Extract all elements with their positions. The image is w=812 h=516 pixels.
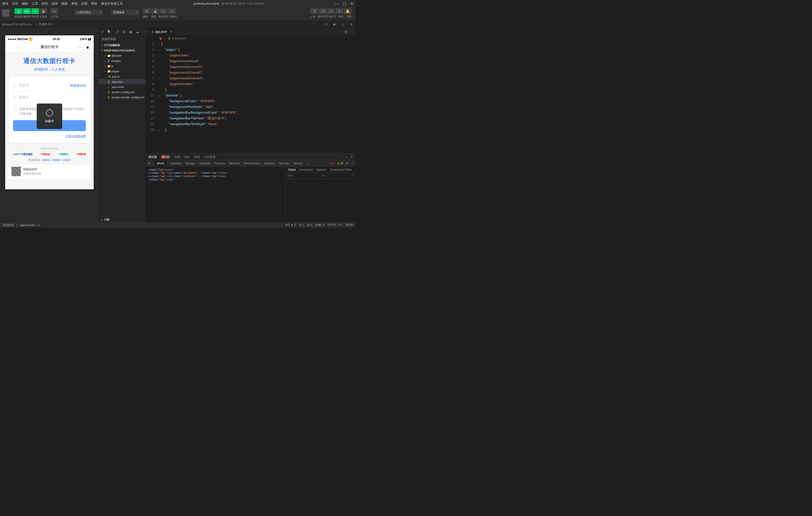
simulator-toggle[interactable]: ▯: [14, 8, 22, 14]
file-project-config-json[interactable]: {}project.config.json: [99, 89, 145, 95]
dt-sub-sources[interactable]: Sources: [214, 162, 225, 165]
ext3-icon[interactable]: ☁: [136, 30, 139, 34]
menu-edit[interactable]: 编辑: [22, 2, 28, 6]
explorer-icon[interactable]: ⎘: [102, 30, 104, 34]
menu-goto[interactable]: 转到: [41, 2, 48, 6]
styles-tab[interactable]: Styles: [288, 168, 296, 171]
lang[interactable]: JSON: [345, 223, 353, 227]
dt-settings-icon[interactable]: ⚙: [346, 162, 348, 164]
phone-input[interactable]: ▯ 手机号 获取验证码: [13, 80, 86, 92]
file-app-json[interactable]: {}app.json: [99, 79, 145, 84]
page-path[interactable]: pages/index: [20, 223, 35, 226]
popout-icon[interactable]: ⧉: [349, 22, 353, 27]
project-root[interactable]: ▾WX8F446ACF8C4A85F5: [99, 48, 145, 53]
mode-select[interactable]: 小程序模式: [75, 9, 103, 15]
menu-wxdevtools[interactable]: 微信开发者工具: [101, 2, 123, 6]
upload-button[interactable]: ↥: [311, 8, 318, 14]
maximize-icon[interactable]: ▢: [343, 2, 346, 6]
get-code-button[interactable]: 获取验证码: [70, 84, 86, 88]
file-app-wxss[interactable]: ≡app.wxss: [99, 84, 145, 89]
sync-icon[interactable]: ⊘ 0 ▲ 0: [285, 223, 296, 227]
refresh-icon[interactable]: ⟳: [324, 22, 328, 27]
dt-tab-problems[interactable]: 问题: [174, 155, 180, 159]
code-input[interactable]: ☑ 请输入: [13, 92, 86, 103]
dt-sub-more-icon[interactable]: »: [307, 162, 308, 165]
agree-checkbox[interactable]: [13, 107, 17, 111]
page-path-label[interactable]: 页面路径: [3, 223, 14, 227]
dt-close-icon[interactable]: ✕: [351, 155, 353, 159]
debugger-toggle[interactable]: ⌗: [31, 8, 39, 14]
cls-toggle[interactable]: .cls: [321, 174, 324, 177]
dt-inspect-icon[interactable]: ⯐: [148, 162, 151, 165]
split-icon[interactable]: ▥: [344, 30, 347, 34]
menu-select[interactable]: 选择: [52, 2, 58, 6]
menu-file[interactable]: 文件: [12, 2, 18, 6]
device-select[interactable]: iPhone 6/7/8 100% 16: [2, 23, 32, 26]
dt-expand-icon[interactable]: ⌄: [346, 155, 348, 159]
folder-images[interactable]: ▸🖼images: [99, 58, 145, 63]
dt-sub-console[interactable]: Console: [171, 162, 181, 165]
tab-app-json[interactable]: {} app.json ✕: [149, 28, 175, 35]
wxml-tree[interactable]: <class="tag">page>▸<class="tag">view cla…: [146, 166, 285, 222]
encoding[interactable]: UTF-8: [328, 223, 336, 227]
breadcrumb[interactable]: 🔖‹ › {}{} app.json›...: [146, 35, 355, 41]
editor-toggle[interactable]: </>: [23, 8, 31, 14]
capsule-close-icon[interactable]: ◉: [84, 44, 92, 50]
compile-select[interactable]: 普通编译: [111, 9, 140, 15]
dt-collapse-icon[interactable]: ⌃: [341, 155, 343, 159]
search-icon[interactable]: 🔍: [107, 30, 111, 34]
folder-pages[interactable]: ▸📁pages: [99, 69, 145, 74]
copy-icon[interactable]: ⎘: [38, 223, 40, 226]
more-icon[interactable]: ⋯: [350, 30, 353, 34]
filter-input[interactable]: Filter: [288, 174, 293, 177]
message-button[interactable]: 🔔: [344, 8, 352, 14]
dataset-tab[interactable]: Dataset: [317, 168, 326, 171]
menu-settings[interactable]: 设置: [81, 2, 87, 6]
capsule-menu-icon[interactable]: ⋯: [76, 44, 84, 50]
eol[interactable]: LF: [339, 223, 342, 227]
visual-toggle[interactable]: ▦: [39, 8, 47, 14]
dt-sub-sensor[interactable]: Sensor: [293, 162, 302, 165]
dt-sub-security[interactable]: Security: [279, 162, 289, 165]
real-debug-button[interactable]: ⎋: [160, 8, 167, 14]
dt-tab-quality[interactable]: 代码质量: [204, 155, 215, 159]
ext2-icon[interactable]: ▣: [129, 30, 132, 34]
cursor-pos[interactable]: 行 1，列 1: [299, 223, 312, 227]
dt-sub-appdata[interactable]: AppData: [199, 162, 210, 165]
outline-section[interactable]: ▸大纲: [99, 217, 145, 222]
promo-card[interactable]: 用电信APP 充值查询更方便: [9, 164, 90, 178]
folder-js[interactable]: ▸📁js: [99, 63, 145, 69]
hotreload-toggle[interactable]: 热重载 开: [39, 22, 53, 26]
dt-tab-terminal[interactable]: 终端: [194, 155, 200, 159]
details-button[interactable]: ≡: [336, 8, 343, 14]
testno-button[interactable]: ↗: [327, 8, 335, 14]
tab-close-icon[interactable]: ✕: [170, 30, 172, 34]
menu-help[interactable]: 帮助: [91, 2, 97, 6]
device-icon[interactable]: ▯: [341, 22, 345, 27]
dt-sub-memory[interactable]: Memory: [264, 162, 275, 165]
dt-sub-storage[interactable]: Storage: [185, 162, 195, 165]
dt-sub-network[interactable]: Network: [229, 162, 240, 165]
menu-project[interactable]: 项目: [2, 2, 8, 6]
compile-button[interactable]: ⟳: [143, 8, 151, 14]
cloud-toggle[interactable]: ∞: [51, 8, 58, 14]
folder-@babel[interactable]: ▸📁@babel: [99, 53, 145, 58]
record-icon[interactable]: ◉: [332, 22, 337, 27]
file-app-js[interactable]: JSapp.js: [99, 74, 145, 79]
open-editors-section[interactable]: ▸打开的编辑器: [99, 43, 145, 48]
computed-tab[interactable]: Computed: [299, 168, 313, 171]
menu-ui[interactable]: 界面: [71, 2, 78, 6]
dt-tab-output[interactable]: 输出: [184, 155, 190, 159]
explorer-more-icon[interactable]: ⋯: [140, 37, 143, 41]
code-editor[interactable]: 12345678910111213141516 ⌄⌄⌄⌄ { "pages": …: [146, 41, 355, 153]
dt-tab-debugger[interactable]: 调试器: [148, 155, 157, 159]
menu-view[interactable]: 视图: [61, 2, 68, 6]
add-style-icon[interactable]: +: [352, 174, 353, 177]
preview-button[interactable]: ◉: [151, 8, 159, 14]
close-icon[interactable]: ✕: [350, 2, 353, 6]
instructions-link[interactable]: 行程卡使用说明: [66, 134, 86, 138]
ext1-icon[interactable]: ⊞: [123, 30, 125, 34]
file-project-private-config-json[interactable]: {}project.private.config.json: [99, 95, 145, 100]
dt-menu-icon[interactable]: ⋮: [351, 162, 353, 164]
ext4-icon[interactable]: ⋯: [143, 30, 146, 34]
